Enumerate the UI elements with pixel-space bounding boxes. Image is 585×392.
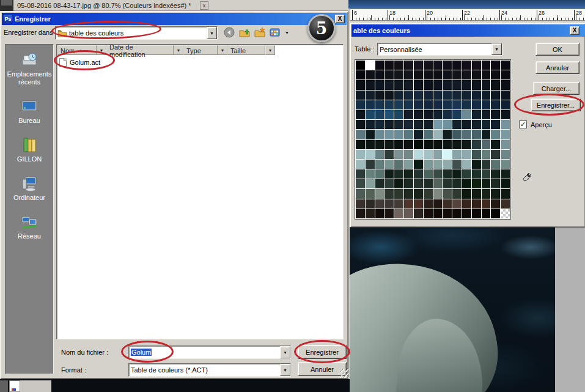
color-swatch[interactable] bbox=[443, 150, 452, 159]
save-in-combobox[interactable]: table des couleurs ▼ bbox=[55, 26, 218, 40]
color-dialog-close-icon[interactable]: X bbox=[570, 26, 579, 35]
color-swatch[interactable] bbox=[452, 130, 462, 139]
color-swatch[interactable] bbox=[384, 169, 394, 179]
color-swatch[interactable] bbox=[375, 169, 384, 179]
color-swatch[interactable] bbox=[404, 130, 413, 139]
color-swatch[interactable] bbox=[375, 179, 384, 188]
color-swatch[interactable] bbox=[452, 61, 462, 70]
column-header-2[interactable]: Type bbox=[183, 45, 218, 55]
color-swatch[interactable] bbox=[482, 199, 491, 209]
color-swatch[interactable] bbox=[366, 150, 375, 159]
color-swatch[interactable] bbox=[366, 130, 375, 139]
color-swatch[interactable] bbox=[394, 70, 403, 80]
color-swatch[interactable] bbox=[414, 61, 423, 70]
color-swatch[interactable] bbox=[424, 110, 433, 119]
color-swatch[interactable] bbox=[366, 189, 375, 198]
column-filter-icon[interactable]: ▼ bbox=[97, 45, 106, 55]
color-swatch[interactable] bbox=[375, 150, 384, 159]
color-swatch[interactable] bbox=[404, 120, 413, 129]
color-swatch[interactable] bbox=[433, 169, 443, 179]
color-swatch[interactable] bbox=[433, 61, 443, 70]
color-swatch[interactable] bbox=[366, 100, 375, 109]
color-swatch[interactable] bbox=[443, 140, 452, 149]
color-swatch[interactable] bbox=[482, 189, 491, 198]
color-swatch[interactable] bbox=[462, 150, 471, 159]
color-swatch[interactable] bbox=[404, 160, 413, 169]
color-swatch[interactable] bbox=[404, 70, 413, 80]
save-button[interactable]: Enregistrer bbox=[298, 345, 347, 359]
color-swatch[interactable] bbox=[384, 61, 394, 70]
color-swatch[interactable] bbox=[501, 140, 510, 149]
color-swatch[interactable] bbox=[482, 70, 491, 80]
color-swatch[interactable] bbox=[356, 169, 365, 179]
color-swatch[interactable] bbox=[452, 91, 462, 100]
color-swatch[interactable] bbox=[501, 80, 510, 89]
color-swatch[interactable] bbox=[433, 70, 443, 80]
color-swatch[interactable] bbox=[384, 179, 394, 188]
color-swatch[interactable] bbox=[375, 70, 384, 80]
color-swatch[interactable] bbox=[452, 209, 462, 218]
color-swatch[interactable] bbox=[501, 110, 510, 119]
color-swatch[interactable] bbox=[491, 80, 500, 89]
color-swatch[interactable] bbox=[356, 179, 365, 188]
ok-button[interactable]: OK bbox=[535, 43, 579, 56]
color-swatch[interactable] bbox=[462, 130, 471, 139]
new-folder-icon[interactable] bbox=[254, 27, 265, 38]
color-swatch[interactable] bbox=[491, 160, 500, 169]
color-swatch[interactable] bbox=[501, 120, 510, 129]
color-swatch[interactable] bbox=[491, 189, 500, 198]
color-swatch[interactable] bbox=[452, 140, 462, 149]
color-swatch[interactable] bbox=[394, 179, 403, 188]
color-swatch[interactable] bbox=[433, 199, 443, 209]
color-swatch[interactable] bbox=[384, 209, 394, 218]
color-swatch[interactable] bbox=[375, 80, 384, 89]
color-swatch[interactable] bbox=[375, 209, 384, 218]
save-in-dropdown-icon[interactable]: ▼ bbox=[207, 27, 217, 39]
color-swatch[interactable] bbox=[404, 150, 413, 159]
color-swatch[interactable] bbox=[443, 110, 452, 119]
color-swatch[interactable] bbox=[491, 150, 500, 159]
color-swatch[interactable] bbox=[414, 130, 423, 139]
color-swatch[interactable] bbox=[414, 150, 423, 159]
color-swatch[interactable] bbox=[414, 160, 423, 169]
color-swatch[interactable] bbox=[482, 91, 491, 100]
sidebar-item-0[interactable]: Emplacements récents bbox=[6, 51, 53, 86]
color-swatch[interactable] bbox=[424, 209, 433, 218]
color-swatch[interactable] bbox=[501, 61, 510, 70]
color-swatch[interactable] bbox=[482, 140, 491, 149]
color-swatch[interactable] bbox=[452, 80, 462, 89]
color-swatch[interactable] bbox=[424, 70, 433, 80]
color-swatch[interactable] bbox=[414, 209, 423, 218]
color-swatch[interactable] bbox=[366, 160, 375, 169]
color-swatch[interactable] bbox=[414, 91, 423, 100]
color-swatch[interactable] bbox=[501, 70, 510, 80]
color-swatch[interactable] bbox=[472, 130, 481, 139]
save-dialog-close-icon[interactable]: X bbox=[335, 15, 345, 23]
format-combobox[interactable]: Table de couleurs (*.ACT) ▼ bbox=[128, 363, 291, 377]
view-menu-icon[interactable] bbox=[270, 27, 281, 38]
color-swatch[interactable] bbox=[472, 199, 481, 209]
color-swatch[interactable] bbox=[491, 61, 500, 70]
color-swatch[interactable] bbox=[356, 100, 365, 109]
color-swatch[interactable] bbox=[452, 70, 462, 80]
color-swatch[interactable] bbox=[384, 120, 394, 129]
color-swatch[interactable] bbox=[414, 100, 423, 109]
color-swatch[interactable] bbox=[394, 80, 403, 89]
color-swatch[interactable] bbox=[433, 209, 443, 218]
color-swatch[interactable] bbox=[356, 120, 365, 129]
color-swatch[interactable] bbox=[366, 140, 375, 149]
color-swatch[interactable] bbox=[424, 179, 433, 188]
color-swatch[interactable] bbox=[356, 80, 365, 89]
color-swatch[interactable] bbox=[501, 91, 510, 100]
column-header-1[interactable]: Date de modification bbox=[106, 45, 174, 55]
color-swatch[interactable] bbox=[443, 120, 452, 129]
color-swatch[interactable] bbox=[384, 91, 394, 100]
color-swatch[interactable] bbox=[491, 100, 500, 109]
color-swatch[interactable] bbox=[414, 140, 423, 149]
color-swatch[interactable] bbox=[443, 209, 452, 218]
color-swatch[interactable] bbox=[404, 199, 413, 209]
color-swatch[interactable] bbox=[491, 110, 500, 119]
color-swatch[interactable] bbox=[394, 189, 403, 198]
color-swatch[interactable] bbox=[433, 160, 443, 169]
format-dropdown-icon[interactable]: ▼ bbox=[280, 364, 290, 376]
